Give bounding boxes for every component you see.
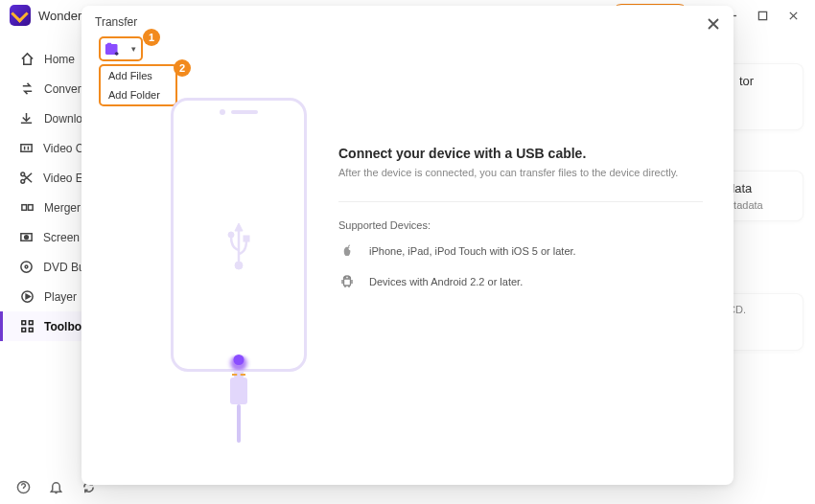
maximize-button[interactable]	[750, 5, 775, 26]
svg-rect-21	[344, 279, 351, 286]
play-icon	[19, 289, 35, 305]
instructions-column: Connect your device with a USB cable. Af…	[338, 146, 707, 304]
svg-rect-5	[28, 205, 33, 211]
device-row-apple: iPhone, iPad, iPod Touch with iOS 5 or l…	[338, 242, 707, 260]
chevron-down-icon[interactable]: ▾	[126, 38, 141, 59]
svg-point-8	[21, 262, 32, 272]
bg-card-2-sub: etadata	[728, 199, 791, 211]
connect-headline: Connect your device with a USB cable.	[338, 146, 707, 161]
modal-title: Transfer	[95, 15, 137, 29]
svg-point-19	[228, 232, 234, 238]
bg-card-1: tor	[727, 63, 803, 130]
sidebar-item-label: Player	[44, 290, 77, 304]
supported-title: Supported Devices:	[338, 219, 707, 231]
add-files-group: ▾ 1 Add Files Add Folder 2	[99, 36, 143, 61]
bg-card-2-title: data	[728, 181, 791, 195]
connect-subline: After the device is connected, you can t…	[338, 167, 707, 178]
scissors-icon	[19, 171, 34, 186]
svg-point-9	[25, 265, 28, 268]
toolbox-icon	[19, 319, 35, 334]
notifications-button[interactable]	[46, 477, 65, 496]
device-row-android: Devices with Android 2.2 or later.	[338, 273, 707, 290]
add-files-button[interactable]: ▾	[99, 36, 143, 61]
close-window-button[interactable]	[780, 5, 805, 26]
svg-point-7	[25, 236, 29, 240]
cable-plug	[230, 378, 247, 404]
usb-icon	[222, 219, 255, 275]
phone-illustration	[143, 98, 335, 462]
divider	[338, 201, 703, 202]
sidebar-item-label: Home	[44, 53, 75, 66]
callout-badge-1: 1	[143, 29, 160, 46]
svg-point-2	[21, 172, 25, 176]
svg-rect-17	[107, 42, 112, 45]
port-core	[234, 355, 244, 365]
svg-rect-14	[29, 328, 33, 332]
svg-rect-11	[21, 321, 25, 325]
svg-rect-0	[758, 11, 766, 19]
compress-icon	[19, 141, 34, 156]
sidebar-item-label: Merger	[44, 201, 81, 215]
record-icon	[19, 230, 34, 245]
phone-notch	[220, 109, 258, 115]
add-file-icon	[101, 38, 126, 59]
svg-rect-20	[244, 236, 249, 241]
cable-wire	[237, 404, 241, 443]
phone-outline	[171, 98, 307, 372]
apple-icon	[338, 242, 356, 260]
svg-rect-12	[29, 321, 33, 325]
svg-point-22	[345, 277, 346, 278]
android-icon	[338, 273, 356, 290]
app-logo	[10, 5, 31, 26]
svg-rect-13	[21, 328, 25, 332]
callout-badge-2: 2	[174, 59, 191, 77]
svg-rect-4	[21, 205, 26, 211]
converter-icon	[19, 81, 35, 97]
disc-icon	[19, 260, 34, 275]
device-android-label: Devices with Android 2.2 or later.	[369, 276, 523, 287]
menu-item-add-files[interactable]: Add Files	[101, 66, 175, 85]
svg-rect-1	[21, 145, 32, 152]
bg-card-3-text: CD.	[728, 304, 791, 315]
bg-card-1-title: tor	[739, 74, 791, 88]
modal-close-button[interactable]	[703, 13, 724, 34]
transfer-modal: Transfer ▾ 1 Add Files Add Folder 2	[82, 6, 734, 485]
download-icon	[19, 111, 35, 126]
help-button[interactable]	[13, 477, 33, 496]
device-apple-label: iPhone, iPad, iPod Touch with iOS 5 or l…	[369, 245, 576, 257]
svg-point-3	[21, 179, 25, 183]
merger-icon	[19, 200, 35, 216]
svg-point-23	[348, 277, 349, 278]
home-icon	[19, 52, 35, 67]
